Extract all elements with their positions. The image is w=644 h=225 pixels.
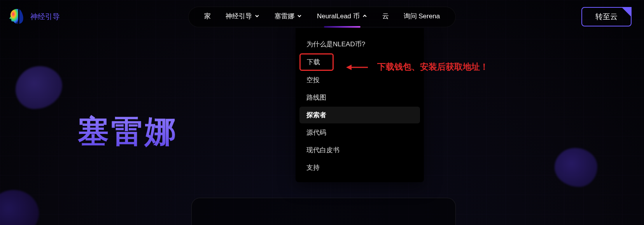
- nav-home[interactable]: 家: [204, 12, 211, 22]
- nav-label: NeuralLead 币: [317, 12, 360, 21]
- brain-icon: [7, 8, 25, 26]
- nav-ask-serena[interactable]: 询问 Serena: [404, 12, 440, 22]
- dropdown-item-whitepaper[interactable]: 现代白皮书: [299, 142, 420, 158]
- cta-corner-decoration: [621, 7, 632, 17]
- dropdown-item-source-code[interactable]: 源代码: [299, 124, 420, 141]
- dropdown-item-explorer[interactable]: 探索者: [299, 107, 420, 123]
- nav-label: 云: [382, 12, 389, 21]
- nav-neurallead-coin[interactable]: NeuralLead 币: [317, 12, 368, 22]
- svg-marker-1: [346, 65, 352, 70]
- annotation-text: 下载钱包、安装后获取地址！: [377, 61, 488, 73]
- dropdown-item-roadmap[interactable]: 路线图: [299, 89, 420, 106]
- chevron-down-icon: [254, 13, 260, 19]
- bottom-panel: [191, 198, 456, 225]
- dropdown-item-download[interactable]: 下载: [299, 53, 334, 71]
- chevron-down-icon: [297, 13, 302, 19]
- hero-title: 塞雷娜: [78, 111, 178, 153]
- nav-label: 塞雷娜: [275, 12, 294, 21]
- neurallead-coin-dropdown: 为什么是NLEAD币? 下载 空投 路线图 探索者 源代码 现代白皮书 支持: [296, 28, 424, 182]
- nav-label: 家: [204, 12, 211, 21]
- chevron-up-icon: [362, 13, 368, 19]
- nav-neural-guide[interactable]: 神经引导: [226, 12, 260, 22]
- brand[interactable]: 神经引导: [7, 8, 60, 26]
- header: 神经引导 家 神经引导 塞雷娜 NeuralLead 币 云 询问: [0, 0, 644, 28]
- dropdown-item-support[interactable]: 支持: [299, 159, 420, 176]
- arrow-left-icon: [346, 59, 368, 74]
- nav-cloud[interactable]: 云: [382, 12, 389, 22]
- main-nav: 家 神经引导 塞雷娜 NeuralLead 币 云 询问 Serena: [188, 7, 456, 27]
- dropdown-item-why-nlead[interactable]: 为什么是NLEAD币?: [299, 36, 420, 53]
- nav-label: 询问 Serena: [404, 12, 440, 21]
- brand-name: 神经引导: [30, 12, 60, 22]
- annotation-callout: 下载钱包、安装后获取地址！: [346, 59, 488, 74]
- go-to-cloud-button[interactable]: 转至云: [581, 7, 632, 26]
- decorative-blob: [555, 148, 597, 187]
- nav-label: 神经引导: [226, 12, 252, 21]
- nav-serena[interactable]: 塞雷娜: [275, 12, 302, 22]
- decorative-blob: [0, 190, 39, 225]
- cta-label: 转至云: [595, 12, 618, 21]
